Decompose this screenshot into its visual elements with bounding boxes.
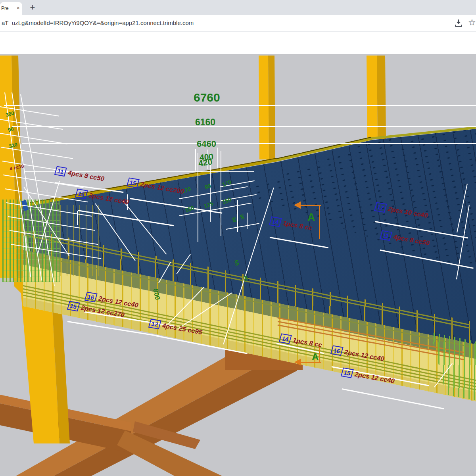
section-marker-line: [319, 205, 320, 239]
section-arrow-icon: [294, 359, 301, 366]
browser-tab-bar: Pre × +: [0, 0, 476, 15]
model-viewport[interactable]: 6760 6160 6460 400 420 300 90 320 4 cc10…: [0, 54, 476, 476]
rebar-label-text: 4pcs 8 cc50: [67, 169, 105, 183]
rebar-cage: [60, 205, 104, 276]
rebar-number-badge[interactable]: 14: [279, 333, 292, 344]
elevation-dim: 420: [198, 157, 213, 169]
dimension-line: [198, 153, 198, 242]
elevation-dim: 6760: [194, 91, 220, 104]
bookmark-star-icon[interactable]: ☆: [468, 17, 476, 28]
leader-line: [77, 211, 78, 225]
rebar-number-badge[interactable]: 16: [75, 188, 88, 199]
url-text[interactable]: aT_uzLg&modelId=IRROyYi9QOY&=&origin=app…: [2, 19, 194, 26]
new-tab-button[interactable]: +: [27, 2, 38, 13]
rebar-number-badge[interactable]: 11: [54, 166, 67, 177]
rebar-number-badge[interactable]: 15: [341, 367, 354, 378]
rebar-number-badge[interactable]: 16: [84, 292, 98, 302]
tab-title: Pre: [1, 6, 12, 11]
rebar-number-badge[interactable]: 12: [148, 319, 161, 329]
rebar-number-badge[interactable]: 17: [374, 202, 387, 213]
dimension-line: [217, 148, 218, 168]
tab-close-icon[interactable]: ×: [17, 5, 20, 11]
rebar-number-badge[interactable]: 15: [127, 177, 140, 188]
dimension-line: [12, 126, 476, 127]
elevation-dim: 6160: [195, 117, 215, 128]
dimension-line: [195, 149, 196, 171]
browser-tab[interactable]: Pre ×: [0, 2, 22, 15]
section-marker-line: [300, 205, 321, 206]
section-label: A: [312, 351, 319, 363]
section-label: A: [307, 211, 315, 224]
rebar-number-badge[interactable]: 11: [380, 230, 392, 241]
section-arrow-icon: [294, 202, 301, 209]
dimension-line: [22, 143, 476, 144]
rebar-number-badge[interactable]: 15: [67, 301, 80, 311]
dimension-line: [4, 105, 476, 106]
address-bar[interactable]: aT_uzLg&modelId=IRROyYi9QOY&=&origin=app…: [0, 15, 476, 32]
rebar-number-badge[interactable]: 14: [269, 216, 282, 227]
viewer-toolbar: x ? Reset model: [0, 32, 476, 54]
download-icon[interactable]: [453, 18, 464, 29]
dimension-line: [247, 213, 248, 229]
rebar-number-badge[interactable]: 16: [330, 345, 344, 356]
elevation-dim: 6460: [197, 139, 216, 149]
dimension-line: [221, 151, 221, 236]
rebar-label[interactable]: 11 4pcs 8 cc50: [55, 166, 105, 183]
